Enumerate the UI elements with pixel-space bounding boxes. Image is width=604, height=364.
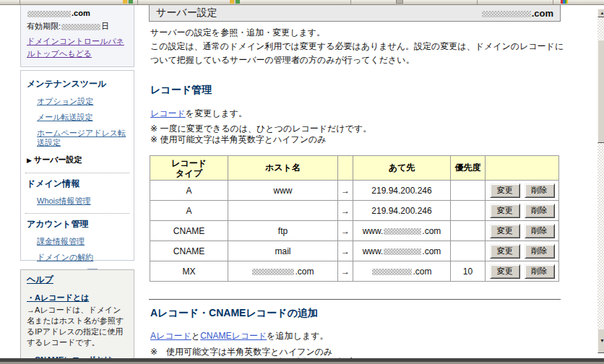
dns-record-table: レコードタイプ ホスト名 あて先 優先度 A www → 219.94.200.… xyxy=(150,155,559,282)
record-link[interactable]: レコード xyxy=(150,108,186,118)
cell-record-type: CNAME xyxy=(150,241,228,261)
menu-divider xyxy=(25,213,129,214)
cell-arrow: → xyxy=(338,181,353,201)
sidebar-menu: メンテナンスツール オプション設定 メール転送設定 ホームページアドレス転送設定… xyxy=(20,70,134,261)
cell-arrow: → xyxy=(338,261,353,282)
vertical-scrollbar[interactable]: ▲ ▼ xyxy=(597,8,604,358)
a-record-link[interactable]: Aレコード xyxy=(150,331,191,341)
delete-button[interactable]: 削除 xyxy=(525,183,555,198)
change-button[interactable]: 変更 xyxy=(490,224,520,238)
record-notes: ※ 一度に変更できるのは、ひとつのレコードだけです。 ※ 使用可能文字は半角英数… xyxy=(150,124,371,145)
sidebar-item-option-settings[interactable]: オプション設定 xyxy=(37,97,129,106)
menu-section-account: アカウント管理 xyxy=(27,218,129,230)
cell-actions: 変更削除 xyxy=(486,201,559,221)
help-box: ヘルプ ・Aレコードとは →Aレコードは、ドメイン名またはホスト名が参照するIP… xyxy=(20,269,134,364)
main-content: サーバー設定 .com サーバーの設定を参照・追加・変更します。 この設定は、通… xyxy=(149,0,566,364)
cell-actions: 変更削除 xyxy=(486,241,559,261)
menu-section-domain-info: ドメイン情報 xyxy=(27,178,129,190)
cell-actions: 変更削除 xyxy=(486,261,559,282)
delete-button[interactable]: 削除 xyxy=(525,244,555,259)
col-header-destination: あて先 xyxy=(353,156,451,181)
cell-host-name xyxy=(228,201,338,221)
toolbar-icon xyxy=(561,0,568,4)
browser-toolbar-strip xyxy=(0,0,604,5)
redacted-domain-name xyxy=(482,11,531,17)
change-button[interactable]: 変更 xyxy=(490,244,520,259)
cell-arrow: → xyxy=(338,241,353,261)
toolbar-icon xyxy=(230,0,240,4)
cell-record-type: CNAME xyxy=(150,221,228,241)
scrollbar-down-button[interactable]: ▼ xyxy=(597,329,604,353)
col-header-priority: 優先度 xyxy=(451,156,486,181)
cell-actions: 変更削除 xyxy=(486,221,559,241)
scrollbar-thumb[interactable] xyxy=(597,40,604,143)
cell-priority xyxy=(451,181,486,201)
delete-button[interactable]: 削除 xyxy=(525,204,555,218)
change-button[interactable]: 変更 xyxy=(490,183,520,198)
section-divider xyxy=(149,299,561,300)
col-header-arrow xyxy=(338,156,353,181)
cell-host-name: mail xyxy=(228,241,338,261)
toolbar-divider xyxy=(137,0,138,4)
cell-record-type: A xyxy=(150,201,228,221)
cell-record-type: A xyxy=(150,181,228,201)
table-row: A www → 219.94.200.246 変更削除 xyxy=(150,181,559,201)
intro-text: サーバーの設定を参照・追加・変更します。 この設定は、通常のドメイン利用では変更… xyxy=(150,26,564,67)
delete-button[interactable]: 削除 xyxy=(525,264,555,279)
sidebar-item-whois[interactable]: Whois情報管理 xyxy=(37,196,129,206)
delete-button[interactable]: 削除 xyxy=(525,224,555,238)
cell-priority xyxy=(451,221,486,241)
redacted-domain-name xyxy=(252,269,294,275)
menu-divider xyxy=(25,173,129,173)
sidebar-item-billing[interactable]: 課金情報管理 xyxy=(37,237,129,246)
cell-host-name: .com xyxy=(228,261,338,282)
change-button[interactable]: 変更 xyxy=(490,264,520,279)
redacted-expiry-date xyxy=(61,24,100,30)
change-button[interactable]: 変更 xyxy=(490,204,520,218)
cell-destination: www..com xyxy=(353,221,451,241)
table-header-row: レコードタイプ ホスト名 あて先 優先度 xyxy=(150,156,559,181)
cell-arrow: → xyxy=(338,221,353,241)
help-desc-a-record: →Aレコードは、ドメイン名またはホスト名が参照するIPアドレスの指定に使用するレ… xyxy=(27,305,128,348)
sidebar-item-server-settings[interactable]: ▶サーバー設定 xyxy=(27,155,129,165)
page-title: サーバー設定 xyxy=(156,6,217,20)
sidebar-item-homepage-forwarding[interactable]: ホームページアドレス転送設定 xyxy=(37,129,129,147)
menu-section-maintenance-tools: メンテナンスツール xyxy=(27,78,129,90)
domain-info-box: .com 有効期限:日 ドメインコントロールパネルトップへもどる xyxy=(20,4,134,67)
cell-arrow: → xyxy=(338,201,353,221)
cell-destination: .com xyxy=(353,261,451,282)
cname-record-link[interactable]: CNAMEレコード xyxy=(200,331,267,341)
page-header-bar: サーバー設定 .com xyxy=(149,4,561,22)
record-management-heading: レコード管理 xyxy=(150,84,212,97)
add-record-lead: AレコードとCNAMEレコードを追加します。 xyxy=(150,330,328,342)
redacted-domain-name xyxy=(384,248,421,255)
table-row: CNAME mail → www..com 変更削除 xyxy=(150,241,559,261)
cell-destination: 219.94.200.246 xyxy=(353,181,451,201)
toolbar-divider xyxy=(553,0,553,4)
redacted-domain-name xyxy=(384,228,421,235)
sidebar-item-mail-forwarding[interactable]: メール転送設定 xyxy=(37,113,129,122)
redacted-domain-name xyxy=(372,269,412,275)
table-row: A → 219.94.200.246 変更削除 xyxy=(150,201,559,221)
expiry-date: 有効期限:日 xyxy=(27,21,128,32)
cell-priority xyxy=(451,241,486,261)
help-term-a-record[interactable]: ・Aレコードとは xyxy=(27,292,128,303)
toolbar-divider xyxy=(477,0,478,4)
cell-destination: www..com xyxy=(353,241,451,261)
table-row: CNAME ftp → www..com 変更削除 xyxy=(150,221,559,241)
header-domain: .com xyxy=(481,8,553,19)
redacted-domain-name xyxy=(27,11,71,17)
scrollbar-up-button[interactable]: ▲ xyxy=(597,9,604,17)
cell-record-type: MX xyxy=(150,261,228,282)
sidebar-item-cancel-domain[interactable]: ドメインの解約 xyxy=(37,253,129,262)
back-to-control-panel-link[interactable]: ドメインコントロールパネルトップへもどる xyxy=(27,35,128,60)
col-header-actions xyxy=(486,156,559,181)
help-title-link[interactable]: ヘルプ xyxy=(27,274,53,285)
cell-priority: 10 xyxy=(451,261,486,282)
cell-actions: 変更削除 xyxy=(486,181,559,201)
cell-host-name: ftp xyxy=(228,221,338,241)
cell-destination: 219.94.200.246 xyxy=(353,201,451,221)
toolbar-divider xyxy=(350,0,351,4)
toolbar-icon xyxy=(123,0,133,4)
col-header-host-name: ホスト名 xyxy=(228,156,338,181)
